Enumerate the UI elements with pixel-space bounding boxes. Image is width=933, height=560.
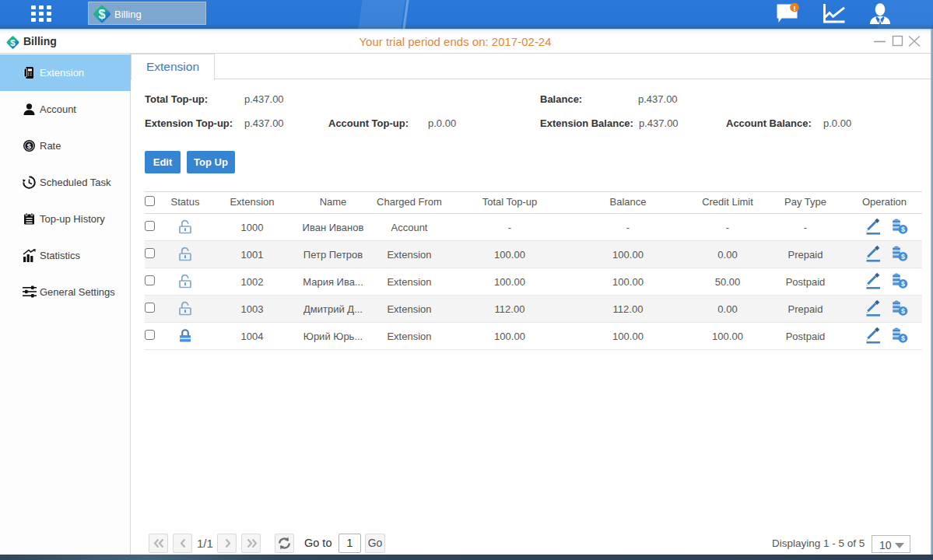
svg-text:!: ! [793,4,795,12]
svg-text:$: $ [900,280,904,288]
svg-text:$: $ [900,307,904,315]
svg-text:$: $ [900,226,904,233]
svg-text:$: $ [99,8,106,21]
svg-text:$: $ [27,142,32,150]
svg-text:$: $ [900,334,904,342]
svg-text:$: $ [900,253,904,261]
